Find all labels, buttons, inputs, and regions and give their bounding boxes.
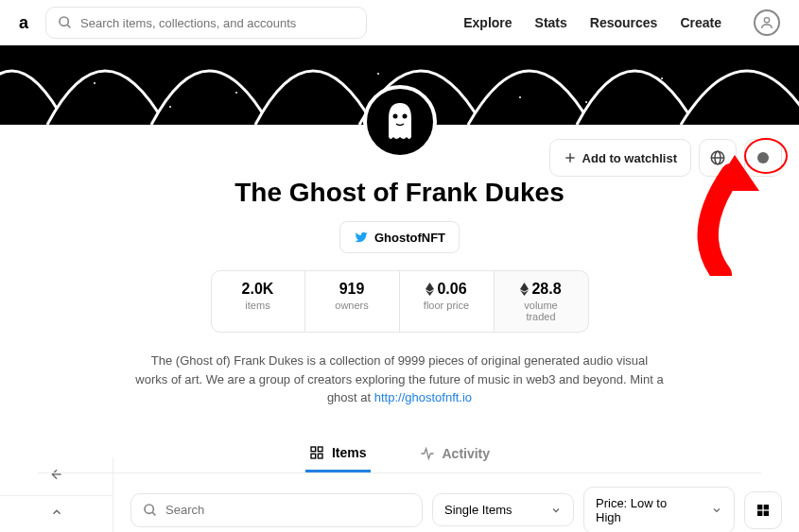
- global-search-input[interactable]: [80, 16, 355, 30]
- svg-point-7: [519, 96, 521, 98]
- svg-point-12: [402, 114, 407, 119]
- svg-point-11: [392, 114, 397, 119]
- items-type-label: Single Items: [444, 503, 512, 517]
- twitter-icon: [354, 230, 369, 245]
- items-search-input[interactable]: [165, 503, 410, 517]
- svg-rect-26: [757, 505, 762, 509]
- tab-activity[interactable]: Activity: [416, 436, 495, 472]
- svg-point-18: [757, 152, 769, 163]
- svg-rect-28: [757, 510, 762, 515]
- svg-point-8: [661, 77, 663, 79]
- global-search[interactable]: [45, 7, 367, 39]
- nav-resources[interactable]: Resources: [590, 15, 658, 30]
- collection-avatar: [363, 85, 437, 159]
- items-type-dropdown[interactable]: Single Items: [432, 493, 574, 526]
- svg-point-9: [169, 106, 171, 108]
- svg-rect-19: [311, 447, 316, 452]
- sort-dropdown[interactable]: Price: Low to High: [583, 487, 735, 533]
- sidebar-expand-button[interactable]: [0, 496, 113, 532]
- website-link-button[interactable]: [699, 139, 737, 177]
- tab-activity-label: Activity: [443, 446, 491, 461]
- grid-icon: [309, 445, 324, 460]
- svg-line-25: [152, 512, 155, 515]
- nav-stats[interactable]: Stats: [535, 15, 567, 30]
- watchlist-label: Add to watchlist: [582, 151, 677, 165]
- share-icon: [755, 149, 772, 166]
- share-button[interactable]: [744, 139, 782, 177]
- svg-rect-20: [318, 447, 322, 452]
- stat-owners[interactable]: 919 owners: [305, 270, 400, 333]
- tab-items-label: Items: [332, 445, 367, 460]
- eth-icon: [520, 283, 529, 296]
- svg-point-2: [764, 18, 769, 23]
- activity-icon: [420, 446, 435, 461]
- grid-view-toggle[interactable]: [744, 491, 782, 529]
- twitter-link[interactable]: GhostofNFT: [339, 221, 460, 253]
- person-icon: [759, 15, 774, 30]
- items-search[interactable]: [130, 493, 423, 527]
- collection-description: The (Ghost of) Frank Dukes is a collecti…: [135, 352, 665, 407]
- svg-point-24: [145, 505, 153, 513]
- svg-point-5: [235, 92, 237, 94]
- profile-button[interactable]: [754, 9, 780, 36]
- stat-items[interactable]: 2.0K items: [211, 270, 305, 333]
- collection-title: The Ghost of Frank Dukes: [38, 178, 761, 208]
- stat-items-label: items: [229, 300, 287, 311]
- search-icon: [58, 15, 73, 30]
- svg-point-10: [585, 101, 587, 103]
- svg-rect-27: [764, 505, 769, 509]
- stat-volume-label: volume traded: [512, 300, 571, 322]
- svg-rect-21: [311, 454, 316, 458]
- stats-row: 2.0K items 919 owners 0.06 floor price 2…: [38, 270, 761, 333]
- svg-rect-22: [318, 454, 322, 458]
- stat-volume[interactable]: 28.8 volume traded: [495, 270, 589, 333]
- chevron-down-icon: [550, 505, 562, 516]
- twitter-handle: GhostofNFT: [374, 231, 445, 245]
- svg-point-6: [377, 73, 379, 75]
- search-icon: [143, 503, 158, 518]
- svg-point-4: [94, 82, 96, 84]
- nav-create[interactable]: Create: [680, 15, 721, 30]
- stat-items-value: 2.0K: [229, 281, 287, 298]
- stat-floor-label: floor price: [417, 300, 477, 311]
- logo[interactable]: a: [19, 13, 28, 33]
- plus-icon: [564, 151, 577, 164]
- stat-floor-value: 0.06: [437, 281, 466, 298]
- sort-label: Price: Low to High: [596, 496, 694, 524]
- stat-owners-value: 919: [322, 281, 382, 298]
- add-watchlist-button[interactable]: Add to watchlist: [549, 139, 691, 177]
- stat-volume-value: 28.8: [531, 281, 561, 298]
- svg-line-1: [67, 25, 70, 27]
- svg-rect-29: [764, 510, 769, 515]
- tab-items[interactable]: Items: [305, 436, 371, 472]
- chevron-down-icon: [711, 505, 722, 516]
- grid-large-icon: [756, 503, 771, 518]
- eth-icon: [426, 283, 434, 296]
- chevron-up-icon: [50, 506, 63, 519]
- ghost-icon: [379, 99, 421, 145]
- stat-floor[interactable]: 0.06 floor price: [400, 270, 495, 333]
- mint-link[interactable]: http://ghostofnft.io: [374, 390, 472, 404]
- globe-icon: [709, 149, 726, 166]
- nav-explore[interactable]: Explore: [463, 15, 512, 30]
- stat-owners-label: owners: [322, 300, 382, 311]
- svg-point-0: [60, 17, 68, 26]
